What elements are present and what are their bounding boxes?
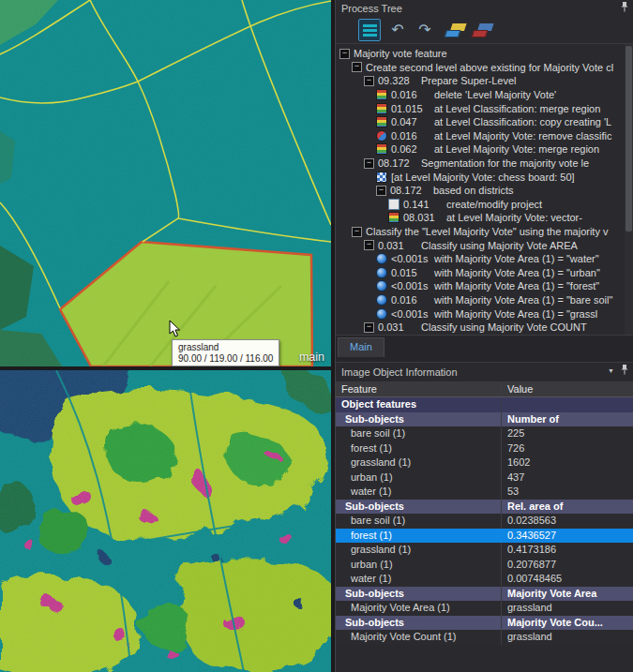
- process-tree-item[interactable]: 0.016delete 'Level Majority Vote': [336, 88, 633, 102]
- map-view-classified[interactable]: [0, 370, 331, 672]
- collapse-expander-icon[interactable]: −: [364, 240, 374, 250]
- process-tree-item[interactable]: <0.001swith Majority Vote Area (1) = "wa…: [336, 252, 633, 266]
- value-cell: Rel. area of: [502, 500, 633, 515]
- feature-row[interactable]: bare soil (1)225: [336, 426, 633, 441]
- algorithm-icon: [376, 143, 387, 155]
- pin-icon[interactable]: [620, 362, 629, 381]
- feature-row[interactable]: urban (1)0.2076877: [336, 558, 633, 573]
- process-tree-item[interactable]: 01.015at Level Classification: merge reg…: [336, 101, 633, 115]
- process-duration: 0.031: [378, 240, 415, 251]
- redo-icon: ↷: [418, 22, 430, 37]
- process-tree-toolbar: ↶↷: [336, 17, 633, 44]
- process-tree-item[interactable]: <0.001swith Majority Vote Area (1) = "fo…: [336, 279, 633, 293]
- collapse-expander-icon[interactable]: −: [339, 49, 350, 59]
- process-tree-item[interactable]: −Classify the "Level Majority Vote" usin…: [336, 225, 633, 239]
- group-header-row[interactable]: Sub-objectsNumber of: [336, 412, 633, 427]
- feature-row[interactable]: grassland (1)0.4173186: [336, 543, 633, 558]
- tooltip-pixel-values: 90.00 / 119.00 / 116.00: [178, 353, 273, 365]
- undo-button[interactable]: ↶: [387, 20, 408, 40]
- feature-cell: Majority Vote Area (1): [336, 601, 502, 616]
- process-tree-item[interactable]: 0.016at Level Majority Vote: remove clas…: [336, 129, 633, 143]
- project-icon: [388, 199, 399, 210]
- process-label: at Level Majority Vote: vector-: [446, 212, 582, 223]
- process-tree-item[interactable]: −0.031Classify using Majority Vote COUNT: [336, 321, 633, 335]
- process-tree-item[interactable]: −08.172based on districts: [336, 184, 633, 198]
- process-duration: 0.015: [391, 267, 429, 278]
- scrollbar-thumb[interactable]: [625, 46, 632, 231]
- feature-cell: bare soil (1): [336, 514, 502, 529]
- feature-row[interactable]: bare soil (1)0.0238563: [336, 514, 633, 529]
- feature-row[interactable]: forest (1)0.3436527: [336, 529, 633, 544]
- process-tree-item[interactable]: [at Level Majority Vote: chess board: 50…: [336, 170, 633, 184]
- process-tree-item[interactable]: 08.031at Level Majority Vote: vector-: [336, 211, 633, 225]
- collapse-expander-icon[interactable]: −: [352, 227, 362, 237]
- table-header-row[interactable]: Feature Value: [336, 381, 633, 397]
- column-header-feature[interactable]: Feature: [336, 381, 502, 396]
- collapse-expander-icon[interactable]: −: [376, 186, 386, 196]
- value-cell: 53: [502, 485, 633, 500]
- feature-cell: grassland (1): [336, 543, 502, 558]
- group-header-row[interactable]: Sub-objectsMajority Vote Cou...: [336, 616, 633, 631]
- process-library-button[interactable]: [442, 20, 462, 40]
- process-tree-item[interactable]: 0.062at Level Majority Vote: merge regio…: [336, 142, 633, 157]
- process-tree-item[interactable]: −09.328Prepare Super-Level: [336, 74, 633, 88]
- group-header-row[interactable]: Sub-objectsRel. area of: [336, 500, 633, 515]
- process-label: Classify using Majority Vote COUNT: [421, 321, 587, 333]
- value-cell: 0.00748465: [502, 572, 633, 587]
- feature-row[interactable]: water (1)53: [336, 485, 633, 500]
- process-tree-item[interactable]: 0.141create/modify project: [336, 198, 633, 212]
- feature-cell: water (1): [336, 485, 502, 500]
- process-tree-item[interactable]: −Majority vote feature: [336, 47, 633, 61]
- process-tree-item[interactable]: 0.047at Level Classification: copy creat…: [336, 115, 633, 129]
- process-duration: 08.172: [390, 185, 428, 196]
- feature-row[interactable]: grassland (1)1602: [336, 455, 633, 470]
- object-info-table: Feature Value Object featuresSub-objects…: [336, 381, 633, 645]
- pin-icon[interactable]: [620, 0, 629, 17]
- delete-process-button[interactable]: [469, 20, 490, 40]
- collapse-expander-icon[interactable]: −: [364, 158, 374, 169]
- process-tree-item[interactable]: −0.031Classify using Majority Vote AREA: [336, 238, 633, 252]
- process-library-icon: [444, 30, 460, 37]
- collapse-expander-icon[interactable]: −: [364, 322, 374, 333]
- collapse-expander-icon[interactable]: −: [352, 62, 362, 72]
- section-row[interactable]: Object features: [336, 397, 633, 412]
- feature-row[interactable]: Majority Vote Area (1)grassland: [336, 601, 633, 616]
- classifier-icon: [376, 294, 387, 306]
- feature-row[interactable]: water (1)0.00748465: [336, 572, 633, 587]
- algorithm-icon: [376, 116, 387, 127]
- value-cell: grassland: [502, 601, 633, 616]
- group-header-row[interactable]: Sub-objectsMajority Vote Area: [336, 587, 633, 602]
- feature-cell: Sub-objects: [336, 412, 502, 427]
- process-tree-item[interactable]: 0.015with Majority Vote Area (1) = "urba…: [336, 266, 633, 280]
- value-cell: 0.2076877: [502, 558, 633, 573]
- process-label: Prepare Super-Level: [421, 75, 517, 86]
- classifier-icon: [376, 308, 387, 320]
- feature-cell: urban (1): [336, 470, 502, 485]
- value-cell: Majority Vote Area: [502, 587, 633, 602]
- viewport-label: main: [299, 351, 324, 364]
- feature-row[interactable]: Majority Vote Count (1)grassland: [336, 630, 633, 645]
- process-tree-view-icon: [363, 24, 377, 37]
- process-tree-item[interactable]: −Create second level above existing for …: [336, 61, 633, 75]
- classifier-icon: [376, 280, 387, 291]
- process-tree-item[interactable]: 0.016with Majority Vote Area (1) = "bare…: [336, 293, 633, 307]
- process-tree: −Majority vote feature−Create second lev…: [336, 44, 633, 335]
- process-tree-view-button[interactable]: [358, 19, 381, 41]
- map-view-main[interactable]: main grassland 90.00 / 119.00 / 116.00: [0, 0, 331, 366]
- process-label: based on districts: [433, 185, 514, 196]
- process-label: delete 'Level Majority Vote': [434, 89, 556, 100]
- column-header-value[interactable]: Value: [502, 381, 633, 396]
- process-tree-item[interactable]: −08.172Segmentation for the majority vot…: [336, 157, 633, 171]
- redo-button[interactable]: ↷: [414, 20, 435, 40]
- feature-row[interactable]: forest (1)726: [336, 441, 633, 456]
- feature-row[interactable]: urban (1)437: [336, 470, 633, 485]
- process-label: at Level Classification: copy creating '…: [434, 116, 611, 127]
- collapse-expander-icon[interactable]: −: [364, 76, 374, 86]
- feature-cell: Sub-objects: [336, 616, 502, 631]
- process-tree-scrollbar[interactable]: [625, 44, 633, 335]
- process-label: with Majority Vote Area (1) = "bare soil…: [434, 294, 612, 306]
- process-tree-tabbar: Main: [336, 335, 633, 362]
- tab-main[interactable]: Main: [338, 337, 384, 357]
- process-tree-item[interactable]: <0.001swith Majority Vote Area (1) = "gr…: [336, 306, 633, 321]
- chevron-down-icon[interactable]: ▼: [608, 362, 614, 381]
